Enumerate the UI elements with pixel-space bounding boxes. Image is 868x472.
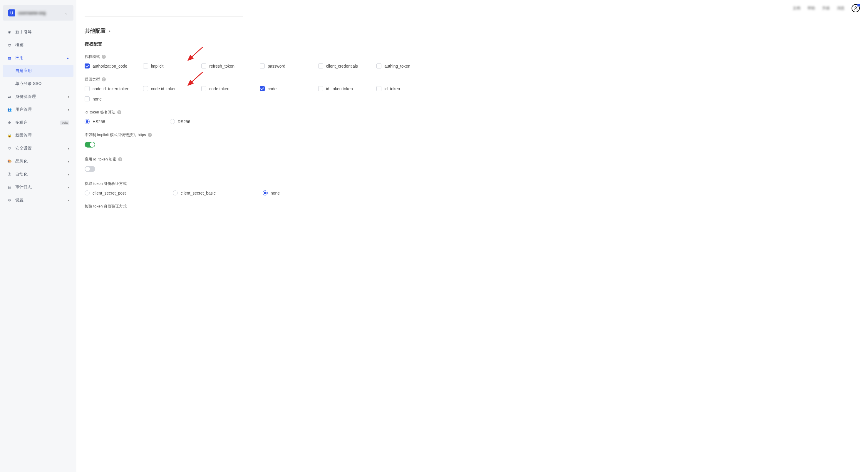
help-icon[interactable]: ?: [117, 110, 121, 114]
sidebar-item-label: 身份源管理: [15, 94, 68, 99]
chevron-down-icon: ⌄: [65, 10, 68, 15]
avatar[interactable]: [851, 4, 860, 12]
radio[interactable]: [173, 190, 178, 196]
grant-type-option[interactable]: implicit: [143, 63, 198, 68]
org-selector[interactable]: U username-org ⌄: [3, 5, 73, 21]
checkbox-label: authing_token: [384, 64, 410, 68]
field-token-auth: 换取 token 身份验证方式 client_secret_postclient…: [85, 181, 860, 196]
topbar-link[interactable]: 帮助: [807, 6, 815, 11]
sidebar-item-identity[interactable]: ⇄ 身份源管理 ▾: [3, 90, 73, 103]
sidebar-item-overview[interactable]: ◔ 概览: [3, 39, 73, 51]
grant-type-option[interactable]: refresh_token: [201, 63, 256, 68]
topbar-link[interactable]: 升级: [822, 6, 830, 11]
switch-no-https[interactable]: [85, 142, 95, 148]
section-other-config[interactable]: 其他配置 ▲: [85, 27, 111, 34]
response-type-option[interactable]: code: [260, 86, 315, 91]
checkbox[interactable]: [201, 63, 206, 68]
token-auth-option[interactable]: client_secret_post: [85, 190, 126, 196]
checkbox[interactable]: [376, 86, 381, 91]
response-type-option[interactable]: none: [85, 96, 140, 101]
apps-icon: ▦: [7, 56, 12, 60]
topbar-link[interactable]: 消息: [837, 6, 844, 11]
compass-icon: ◉: [7, 30, 12, 34]
sidebar-item-brand[interactable]: 🎨 品牌化 ▾: [3, 155, 73, 168]
field-label: 启用 id_token 加密 ?: [85, 157, 860, 162]
response-type-option[interactable]: id_token: [376, 86, 431, 91]
switch-encrypt[interactable]: [85, 166, 95, 172]
grant-type-option[interactable]: client_credentials: [318, 63, 373, 68]
sidebar-item-label: 概览: [15, 42, 69, 48]
response-type-option[interactable]: id_token token: [318, 86, 373, 91]
checkbox-label: implicit: [151, 64, 164, 68]
checkbox-label: id_token token: [326, 86, 353, 91]
caret-up-icon: ▲: [108, 29, 111, 33]
help-icon[interactable]: ?: [102, 55, 106, 59]
response-type-option[interactable]: code id_token token: [85, 86, 140, 91]
response-type-option[interactable]: code token: [201, 86, 256, 91]
caret-down-icon: ▾: [68, 95, 69, 98]
sidebar: U username-org ⌄ ◉ 新手引导 ◔ 概览 ▦ 应用 ▲ 自建应用…: [0, 0, 76, 472]
sidebar-item-label: 应用: [15, 55, 66, 61]
checkbox[interactable]: [201, 86, 206, 91]
caret-down-icon: ▾: [68, 199, 69, 202]
radio[interactable]: [263, 190, 268, 196]
checkbox[interactable]: [260, 63, 265, 68]
field-label: 换取 token 身份验证方式: [85, 181, 860, 186]
radio-label: RS256: [178, 119, 190, 124]
response-type-option[interactable]: code id_token: [143, 86, 198, 91]
label-text: 检验 token 身份验证方式: [85, 204, 127, 209]
field-no-https: 不强制 implicit 模式回调链接为 https ?: [85, 132, 860, 148]
sidebar-item-label: 多租户: [15, 120, 59, 125]
radio[interactable]: [85, 190, 90, 196]
topbar-link[interactable]: 文档: [793, 6, 800, 11]
token-auth-option[interactable]: none: [263, 190, 280, 196]
checkbox[interactable]: [85, 96, 90, 101]
help-icon[interactable]: ?: [102, 77, 106, 81]
sidebar-item-automation[interactable]: Ⓐ 自动化 ▾: [3, 168, 73, 180]
grant-type-option[interactable]: authing_token: [376, 63, 431, 68]
field-label: 授权模式 ?: [85, 54, 860, 59]
caret-down-icon: ▾: [68, 173, 69, 176]
sidebar-item-security[interactable]: 🛡 安全设置 ▾: [3, 142, 73, 155]
sidebar-sub-self-built[interactable]: 自建应用: [3, 65, 73, 77]
sidebar-item-guide[interactable]: ◉ 新手引导: [3, 26, 73, 38]
grant-type-option[interactable]: authorization_code: [85, 63, 140, 68]
field-grant-type: 授权模式 ? authorization_codeimplicitrefresh…: [85, 54, 860, 68]
checkbox[interactable]: [260, 86, 265, 91]
checkbox[interactable]: [376, 63, 381, 68]
field-verify-token: 检验 token 身份验证方式: [85, 204, 860, 209]
radio[interactable]: [170, 119, 175, 124]
sidebar-item-label: 品牌化: [15, 159, 68, 164]
sidebar-item-permission[interactable]: 🔒 权限管理: [3, 129, 73, 142]
sign-algo-option[interactable]: HS256: [85, 119, 105, 124]
checkbox[interactable]: [143, 63, 148, 68]
beta-badge: beta: [60, 120, 69, 125]
sidebar-item-users[interactable]: 👥 用户管理 ▾: [3, 104, 73, 116]
checkbox[interactable]: [318, 86, 323, 91]
sidebar-item-apps[interactable]: ▦ 应用 ▲: [3, 52, 73, 64]
sidebar-item-audit[interactable]: ▤ 审计日志 ▾: [3, 181, 73, 194]
checkbox-label: code: [268, 86, 277, 91]
help-icon[interactable]: ?: [118, 157, 122, 161]
checkbox[interactable]: [318, 63, 323, 68]
checkbox[interactable]: [85, 86, 90, 91]
checkbox-label: code id_token token: [93, 86, 129, 91]
subsection-auth-config: 授权配置: [85, 41, 860, 47]
checkbox-label: none: [93, 97, 102, 101]
checkbox[interactable]: [85, 63, 90, 68]
label-text: 返回类型: [85, 77, 100, 82]
radio-label: none: [271, 191, 280, 196]
radio[interactable]: [85, 119, 90, 124]
grant-type-option[interactable]: password: [260, 63, 315, 68]
sign-algo-option[interactable]: RS256: [170, 119, 190, 124]
caret-down-icon: ▾: [68, 160, 69, 163]
token-auth-option[interactable]: client_secret_basic: [173, 190, 216, 196]
help-icon[interactable]: ?: [148, 133, 152, 137]
sidebar-sub-sso[interactable]: 单点登录 SSO: [3, 78, 73, 90]
sidebar-item-settings[interactable]: ⚙ 设置 ▾: [3, 194, 73, 206]
divider: [85, 17, 243, 17]
checkbox[interactable]: [143, 86, 148, 91]
main-content: 其他配置 ▲ 授权配置 授权模式 ? authorization_codeimp…: [76, 17, 868, 225]
sidebar-item-tenant[interactable]: ⊕ 多租户 beta: [3, 116, 73, 129]
checkbox-label: code id_token: [151, 86, 177, 91]
